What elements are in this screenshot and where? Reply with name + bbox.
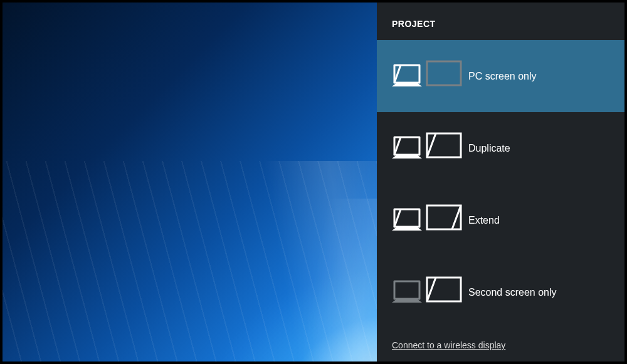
second-screen-only-icon [389, 275, 465, 309]
option-second-screen-only[interactable]: Second screen only [377, 256, 624, 328]
option-label: Duplicate [468, 143, 510, 154]
option-pc-screen-only[interactable]: PC screen only [377, 40, 624, 112]
panel-title: PROJECT [377, 3, 624, 40]
duplicate-icon [389, 131, 465, 165]
connect-wireless-display-link[interactable]: Connect to a wireless display [377, 340, 624, 361]
option-duplicate[interactable]: Duplicate [377, 112, 624, 184]
project-flyout-panel: PROJECT PC screen only [377, 3, 624, 361]
option-extend[interactable]: Extend [377, 184, 624, 256]
pc-screen-only-icon [389, 59, 465, 93]
extend-icon [389, 203, 465, 237]
project-options-list: PC screen only Duplicate [377, 40, 624, 328]
svg-rect-6 [394, 281, 419, 299]
svg-rect-1 [427, 61, 461, 85]
option-label: Second screen only [468, 287, 557, 298]
option-label: Extend [468, 215, 500, 226]
option-label: PC screen only [468, 71, 537, 82]
